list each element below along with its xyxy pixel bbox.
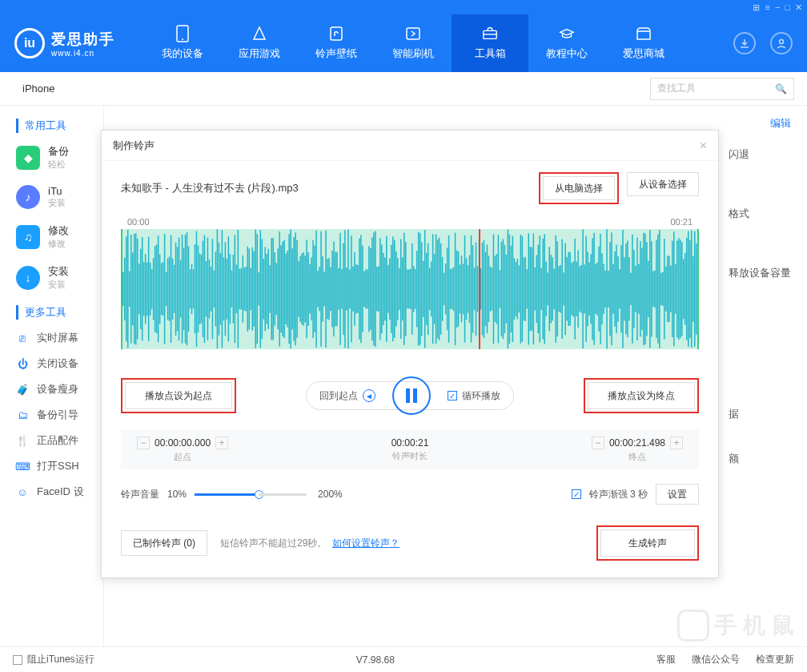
- svg-rect-340: [654, 271, 655, 308]
- svg-rect-267: [538, 245, 539, 334]
- edit-link[interactable]: 编辑: [770, 117, 791, 129]
- svg-rect-102: [274, 252, 275, 325]
- user-button[interactable]: [770, 32, 793, 54]
- svg-rect-288: [571, 263, 572, 315]
- svg-rect-25: [151, 269, 152, 309]
- sidebar-item-shutdown[interactable]: ⏻关闭设备: [16, 356, 103, 371]
- set-start-button[interactable]: 播放点设为起点: [125, 382, 232, 409]
- start-minus-button[interactable]: −: [137, 437, 150, 449]
- titlebar-close[interactable]: ✕: [795, 2, 802, 13]
- play-pause-button[interactable]: [392, 376, 431, 415]
- nav-store[interactable]: 爱思商城: [605, 14, 682, 72]
- svg-rect-81: [241, 268, 242, 310]
- svg-rect-62: [211, 267, 211, 312]
- sidebar-item-genuine[interactable]: 🍴正品配件: [16, 433, 103, 448]
- select-from-device-button[interactable]: 从设备选择: [627, 172, 699, 196]
- fade-checkbox[interactable]: ✓: [572, 489, 581, 499]
- volume-slider[interactable]: [195, 493, 259, 496]
- svg-rect-104: [277, 248, 278, 329]
- block-itunes-checkbox[interactable]: [13, 655, 22, 665]
- nav-my-device[interactable]: 我的设备: [144, 14, 221, 72]
- end-plus-button[interactable]: +: [670, 437, 683, 449]
- svg-rect-222: [466, 258, 467, 320]
- generate-button[interactable]: 生成铃声: [600, 529, 695, 557]
- svg-rect-276: [552, 257, 552, 320]
- sidebar-item-screen[interactable]: ⎚实时屏幕: [16, 331, 103, 345]
- faceid-icon: ☺: [16, 485, 29, 498]
- svg-rect-111: [288, 234, 289, 344]
- nav-flash[interactable]: 智能刷机: [375, 14, 452, 72]
- svg-rect-196: [424, 230, 425, 348]
- svg-rect-226: [472, 245, 473, 332]
- svg-rect-297: [585, 236, 586, 342]
- sidebar-item-install[interactable]: ↓安装安装: [16, 264, 103, 291]
- fade-settings-button[interactable]: 设置: [656, 484, 699, 505]
- svg-rect-305: [598, 247, 599, 332]
- device-tab[interactable]: iPhone: [13, 82, 64, 95]
- sidebar-item-ssh[interactable]: ⌨打开SSH: [16, 459, 103, 473]
- svg-rect-252: [514, 258, 515, 320]
- svg-rect-318: [619, 269, 620, 308]
- end-minus-button[interactable]: −: [592, 437, 604, 449]
- svg-rect-186: [408, 269, 409, 308]
- select-from-pc-button[interactable]: 从电脑选择: [543, 176, 615, 200]
- sidebar-item-backup[interactable]: ◆备份轻松: [16, 144, 103, 171]
- svg-rect-173: [387, 265, 388, 313]
- svg-rect-264: [533, 233, 534, 344]
- svg-rect-296: [584, 264, 584, 313]
- search-input[interactable]: 查找工具 🔍: [650, 78, 794, 100]
- loop-toggle[interactable]: ✓循环播放: [435, 389, 513, 403]
- loop-checkbox[interactable]: ✓: [448, 391, 457, 400]
- status-link-support[interactable]: 客服: [656, 653, 676, 666]
- svg-rect-183: [404, 233, 404, 345]
- svg-rect-19: [142, 237, 143, 341]
- status-link-update[interactable]: 检查更新: [756, 653, 794, 666]
- svg-rect-93: [260, 230, 261, 348]
- svg-rect-199: [429, 268, 430, 310]
- back-icon: ◄: [363, 389, 375, 402]
- svg-rect-233: [484, 240, 484, 338]
- svg-rect-311: [608, 271, 608, 308]
- toolbox-icon: [482, 26, 498, 42]
- waveform[interactable]: 00:00:15: [121, 229, 699, 349]
- sidebar-item-slim[interactable]: 🧳设备瘦身: [16, 382, 103, 396]
- nav-toolbox[interactable]: 工具箱: [452, 14, 528, 72]
- titlebar-min[interactable]: −: [775, 2, 780, 12]
- titlebar-max[interactable]: □: [785, 2, 790, 12]
- status-link-wechat[interactable]: 微信公众号: [692, 653, 740, 666]
- hint-link[interactable]: 如何设置铃声？: [332, 537, 399, 549]
- svg-rect-244: [501, 242, 502, 336]
- start-plus-button[interactable]: +: [215, 437, 228, 449]
- svg-rect-247: [506, 255, 507, 324]
- modal-close-button[interactable]: ×: [700, 139, 707, 153]
- back-to-start-button[interactable]: 回到起点◄: [307, 389, 388, 403]
- nav-apps[interactable]: 应用游戏: [221, 14, 298, 72]
- svg-rect-45: [183, 247, 184, 330]
- svg-rect-197: [426, 253, 427, 325]
- set-end-button[interactable]: 播放点设为终点: [588, 382, 695, 409]
- sidebar-item-faceid[interactable]: ☺FaceID 设: [16, 485, 103, 499]
- download-button[interactable]: [733, 32, 756, 54]
- svg-rect-22: [147, 262, 147, 316]
- made-ringtones-button[interactable]: 已制作铃声 (0): [121, 530, 207, 556]
- svg-rect-332: [641, 248, 642, 330]
- svg-rect-3: [407, 28, 420, 39]
- svg-rect-165: [375, 231, 375, 348]
- svg-rect-106: [280, 245, 281, 332]
- playhead[interactable]: [479, 229, 480, 349]
- nav-ringtones[interactable]: 铃声壁纸: [298, 14, 375, 72]
- titlebar-btn[interactable]: ⊞: [753, 2, 760, 13]
- sidebar-item-backup-guide[interactable]: 🗂备份引导: [16, 408, 103, 422]
- svg-rect-15: [135, 233, 136, 344]
- svg-rect-99: [269, 265, 270, 313]
- titlebar-btn[interactable]: ≡: [765, 2, 769, 12]
- svg-rect-291: [576, 261, 576, 316]
- svg-rect-201: [432, 234, 433, 344]
- svg-rect-12: [130, 235, 131, 344]
- svg-rect-351: [672, 241, 672, 337]
- fade-label: 铃声渐强 3 秒: [589, 488, 648, 501]
- sidebar-item-itunes[interactable]: ♪iTu安装: [16, 185, 103, 209]
- sidebar-item-edit[interactable]: ♫修改修改: [16, 223, 103, 250]
- nav-tutorials[interactable]: 教程中心: [528, 14, 605, 72]
- svg-rect-341: [656, 240, 656, 338]
